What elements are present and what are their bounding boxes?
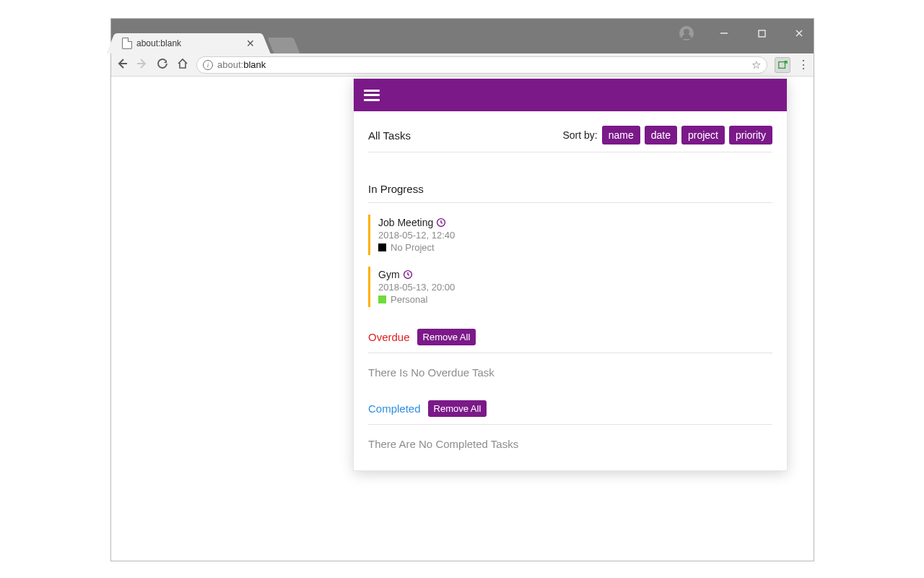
forward-button[interactable] <box>136 58 149 72</box>
page-viewport: All Tasks Sort by: name date project pri… <box>111 77 814 561</box>
task-title-text: Gym <box>378 269 400 280</box>
project-swatch <box>378 243 386 251</box>
list-header: All Tasks Sort by: name date project pri… <box>368 126 772 152</box>
section-title-overdue: Overdue Remove All <box>368 329 772 353</box>
browser-titlebar: about:blank ✕ <box>111 19 814 53</box>
remove-all-overdue-button[interactable]: Remove All <box>417 329 476 345</box>
app-header <box>354 79 787 111</box>
tab-title: about:blank <box>136 38 246 48</box>
user-icon[interactable] <box>676 23 697 43</box>
back-button[interactable] <box>116 58 128 72</box>
menu-icon[interactable] <box>364 90 380 101</box>
svg-rect-1 <box>759 30 765 37</box>
app-body: All Tasks Sort by: name date project pri… <box>354 111 787 470</box>
task-title: Gym <box>378 269 772 280</box>
all-tasks-title: All Tasks <box>368 129 411 142</box>
task-title-text: Job Meeting <box>378 217 433 228</box>
browser-window: about:blank ✕ i about:blank ☆ <box>110 18 814 561</box>
sort-date[interactable]: date <box>645 126 677 144</box>
task-project-text: Personal <box>391 294 427 305</box>
task-project-text: No Project <box>391 242 435 253</box>
section-title-text: Completed <box>368 402 421 415</box>
clock-icon <box>403 269 413 280</box>
browser-toolbar: i about:blank ☆ ⋮ <box>111 53 814 77</box>
address-bar[interactable]: i about:blank ☆ <box>196 56 767 74</box>
clock-icon <box>436 217 446 228</box>
task-datetime: 2018-05-12, 12:40 <box>378 230 772 241</box>
site-info-icon[interactable]: i <box>203 60 213 70</box>
task-item[interactable]: Job Meeting 2018-05-12, 12:40 No Project <box>368 215 772 255</box>
minimize-button[interactable] <box>714 23 734 43</box>
section-overdue: Overdue Remove All There Is No Overdue T… <box>368 329 772 379</box>
close-window-button[interactable] <box>789 23 809 43</box>
tab-close-icon[interactable]: ✕ <box>246 38 255 49</box>
bookmark-star-icon[interactable]: ☆ <box>751 59 761 72</box>
project-swatch <box>378 296 386 303</box>
task-project: No Project <box>378 242 772 253</box>
overdue-empty-text: There Is No Overdue Task <box>368 366 772 379</box>
sort-by-label: Sort by: <box>562 129 597 141</box>
browser-tab[interactable]: about:blank ✕ <box>116 33 261 53</box>
file-icon <box>122 38 132 49</box>
task-project: Personal <box>378 294 772 305</box>
task-item[interactable]: Gym 2018-05-13, 20:00 Personal <box>368 267 772 307</box>
tabstrip: about:blank ✕ <box>116 32 297 53</box>
completed-empty-text: There Are No Completed Tasks <box>368 438 772 450</box>
svg-rect-6 <box>779 61 785 68</box>
extension-button[interactable] <box>775 57 790 73</box>
maximize-button[interactable] <box>751 23 772 43</box>
window-controls <box>676 23 809 43</box>
section-title-text: Overdue <box>368 331 410 343</box>
todo-app-card: All Tasks Sort by: name date project pri… <box>354 79 787 470</box>
sort-project[interactable]: project <box>681 126 725 144</box>
task-title: Job Meeting <box>378 217 772 228</box>
new-tab-button[interactable] <box>268 38 300 53</box>
sort-priority[interactable]: priority <box>729 126 772 144</box>
section-completed: Completed Remove All There Are No Comple… <box>368 400 772 450</box>
address-text: about:blank <box>217 59 266 70</box>
sort-name[interactable]: name <box>602 126 640 144</box>
section-title-in-progress: In Progress <box>368 183 772 203</box>
section-title-completed: Completed Remove All <box>368 400 772 425</box>
reload-button[interactable] <box>156 58 169 72</box>
sort-controls: Sort by: name date project priority <box>562 126 772 144</box>
home-button[interactable] <box>176 58 189 72</box>
section-title-text: In Progress <box>368 183 424 195</box>
task-datetime: 2018-05-13, 20:00 <box>378 282 772 293</box>
browser-menu-button[interactable]: ⋮ <box>798 58 809 72</box>
section-in-progress: In Progress Job Meeting 2018-05-12, 12:4… <box>368 183 772 307</box>
remove-all-completed-button[interactable]: Remove All <box>428 400 487 417</box>
